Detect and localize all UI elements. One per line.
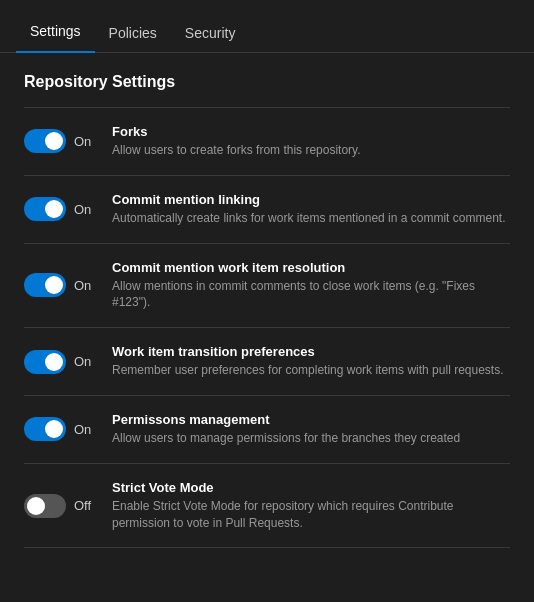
setting-desc-work-item-transition: Remember user preferences for completing…	[112, 362, 510, 379]
toggle-permissions-management[interactable]	[24, 417, 66, 441]
toggle-area-forks: On	[24, 129, 96, 153]
setting-name-work-item-transition: Work item transition preferences	[112, 344, 510, 359]
setting-text-work-item-transition: Work item transition preferencesRemember…	[112, 344, 510, 379]
setting-name-commit-mention-linking: Commit mention linking	[112, 192, 510, 207]
toggle-commit-mention-work-item[interactable]	[24, 273, 66, 297]
toggle-forks[interactable]	[24, 129, 66, 153]
setting-desc-forks: Allow users to create forks from this re…	[112, 142, 510, 159]
setting-name-permissions-management: Permissons management	[112, 412, 510, 427]
toggle-thumb-strict-vote-mode	[27, 497, 45, 515]
toggle-label-commit-mention-work-item: On	[74, 278, 96, 293]
section-title: Repository Settings	[24, 73, 510, 91]
setting-text-commit-mention-linking: Commit mention linkingAutomatically crea…	[112, 192, 510, 227]
setting-item-work-item-transition: OnWork item transition preferencesRememb…	[24, 328, 510, 396]
toggle-label-commit-mention-linking: On	[74, 202, 96, 217]
toggle-label-forks: On	[74, 134, 96, 149]
setting-desc-strict-vote-mode: Enable Strict Vote Mode for repository w…	[112, 498, 510, 532]
toggle-area-commit-mention-linking: On	[24, 197, 96, 221]
tab-settings[interactable]: Settings	[16, 11, 95, 53]
toggle-track-forks	[24, 129, 66, 153]
toggle-commit-mention-linking[interactable]	[24, 197, 66, 221]
setting-desc-permissions-management: Allow users to manage permissions for th…	[112, 430, 510, 447]
setting-text-permissions-management: Permissons managementAllow users to mana…	[112, 412, 510, 447]
toggle-area-work-item-transition: On	[24, 350, 96, 374]
toggle-area-strict-vote-mode: Off	[24, 494, 96, 518]
setting-text-strict-vote-mode: Strict Vote ModeEnable Strict Vote Mode …	[112, 480, 510, 532]
main-content: Repository Settings OnForksAllow users t…	[0, 53, 534, 568]
toggle-thumb-work-item-transition	[45, 353, 63, 371]
setting-name-strict-vote-mode: Strict Vote Mode	[112, 480, 510, 495]
toggle-track-work-item-transition	[24, 350, 66, 374]
toggle-label-strict-vote-mode: Off	[74, 498, 96, 513]
toggle-track-permissions-management	[24, 417, 66, 441]
toggle-thumb-permissions-management	[45, 420, 63, 438]
setting-item-commit-mention-work-item: OnCommit mention work item resolutionAll…	[24, 244, 510, 329]
settings-list: OnForksAllow users to create forks from …	[24, 107, 510, 548]
setting-item-forks: OnForksAllow users to create forks from …	[24, 108, 510, 176]
setting-text-forks: ForksAllow users to create forks from th…	[112, 124, 510, 159]
setting-desc-commit-mention-work-item: Allow mentions in commit comments to clo…	[112, 278, 510, 312]
setting-item-strict-vote-mode: OffStrict Vote ModeEnable Strict Vote Mo…	[24, 464, 510, 549]
top-nav: Settings Policies Security	[0, 0, 534, 53]
toggle-work-item-transition[interactable]	[24, 350, 66, 374]
toggle-thumb-commit-mention-work-item	[45, 276, 63, 294]
toggle-track-commit-mention-work-item	[24, 273, 66, 297]
setting-item-commit-mention-linking: OnCommit mention linkingAutomatically cr…	[24, 176, 510, 244]
tab-policies[interactable]: Policies	[95, 13, 171, 53]
toggle-area-permissions-management: On	[24, 417, 96, 441]
setting-text-commit-mention-work-item: Commit mention work item resolutionAllow…	[112, 260, 510, 312]
toggle-label-permissions-management: On	[74, 422, 96, 437]
setting-desc-commit-mention-linking: Automatically create links for work item…	[112, 210, 510, 227]
toggle-label-work-item-transition: On	[74, 354, 96, 369]
toggle-track-strict-vote-mode	[24, 494, 66, 518]
toggle-area-commit-mention-work-item: On	[24, 273, 96, 297]
toggle-track-commit-mention-linking	[24, 197, 66, 221]
setting-item-permissions-management: OnPermissons managementAllow users to ma…	[24, 396, 510, 464]
setting-name-forks: Forks	[112, 124, 510, 139]
toggle-thumb-forks	[45, 132, 63, 150]
setting-name-commit-mention-work-item: Commit mention work item resolution	[112, 260, 510, 275]
toggle-strict-vote-mode[interactable]	[24, 494, 66, 518]
tab-security[interactable]: Security	[171, 13, 250, 53]
toggle-thumb-commit-mention-linking	[45, 200, 63, 218]
